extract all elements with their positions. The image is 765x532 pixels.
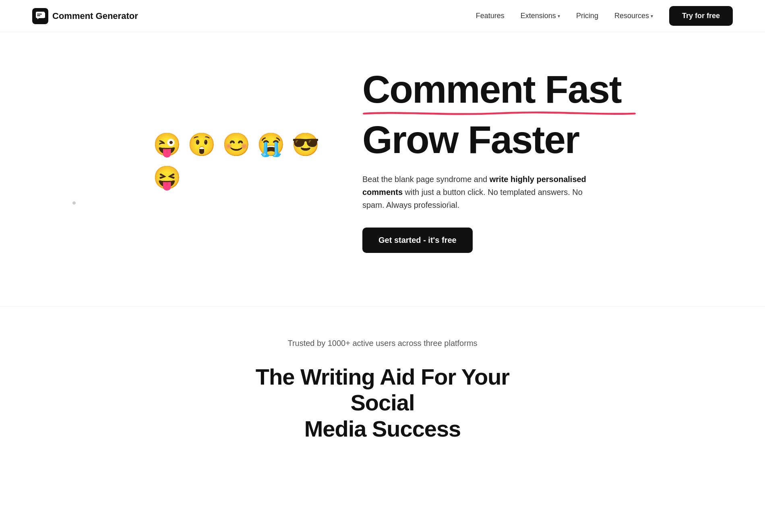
nav-pricing[interactable]: Pricing — [576, 12, 598, 20]
chevron-down-icon-2: ▾ — [651, 13, 653, 19]
hero-heading: Comment Fast Grow Faster — [362, 69, 636, 160]
emoji-4: 😭 — [257, 131, 285, 158]
navbar: Comment Generator Features Extensions ▾ … — [0, 0, 765, 32]
hero-content: Comment Fast Grow Faster Beat the blank … — [330, 69, 636, 253]
heading-line-1: Comment Fast — [362, 69, 636, 116]
nav-resources[interactable]: Resources ▾ — [614, 12, 653, 20]
emoji-2: 😲 — [188, 131, 216, 158]
nav-extensions[interactable]: Extensions ▾ — [521, 12, 560, 20]
chevron-down-icon: ▾ — [558, 13, 560, 19]
heading-line-2: Grow Faster — [362, 120, 636, 160]
try-free-button[interactable]: Try for free — [669, 6, 733, 26]
logo-icon — [32, 8, 48, 24]
social-proof-section: Trusted by 1000+ active users across thr… — [0, 306, 765, 458]
emoji-row: 😜 😲 😊 😭 😎 😝 — [153, 131, 322, 191]
nav-features[interactable]: Features — [476, 12, 504, 20]
trusted-text: Trusted by 1000+ active users across thr… — [32, 339, 733, 348]
get-started-button[interactable]: Get started - it's free — [362, 228, 473, 253]
emoji-1: 😜 — [153, 131, 181, 158]
nav-links: Features Extensions ▾ Pricing Resources … — [476, 6, 733, 26]
svg-rect-2 — [37, 15, 40, 16]
hero-section: 😜 😲 😊 😭 😎 😝 Comment Fast Grow Faster Bea… — [0, 32, 765, 282]
logo[interactable]: Comment Generator — [32, 8, 138, 24]
emoji-6: 😝 — [153, 164, 181, 191]
hero-description: Beat the blank page syndrome and write h… — [362, 173, 604, 211]
hero-emoji-area: 😜 😲 😊 😭 😎 😝 — [129, 131, 330, 191]
section-heading: The Writing Aid For Your Social Media Su… — [242, 364, 523, 442]
decorative-dot-right — [448, 201, 451, 205]
emoji-3: 😊 — [222, 131, 250, 158]
brand-name: Comment Generator — [52, 11, 138, 21]
svg-rect-1 — [37, 14, 42, 14]
decorative-dot-left — [72, 201, 76, 205]
emoji-5: 😎 — [292, 131, 320, 158]
